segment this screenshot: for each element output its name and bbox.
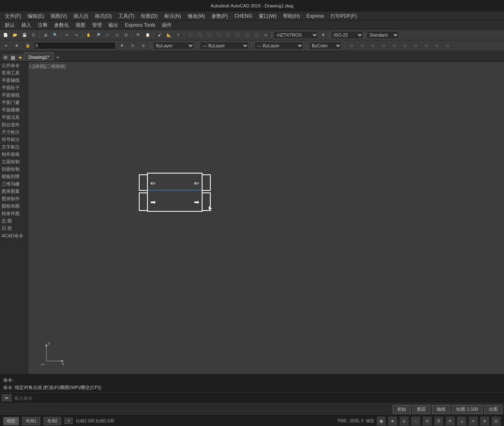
sidebar-item-common-tools[interactable]: 常用工具 [0,69,28,76]
sidebar-item-convert[interactable]: 转条件图 [0,210,28,217]
tb-zoom[interactable]: 🔎 [93,30,102,39]
tb-copy[interactable]: ⧉ [133,30,143,39]
dim-style-select[interactable]: ISO-25 [331,31,364,39]
menu-annotate[interactable]: 标注(N) [161,12,184,21]
sidebar-item-floor-stair[interactable]: 平面楼梯 [0,106,28,113]
ribbon-express-tools[interactable]: Express Tools [122,21,159,30]
sidebar-item-elevation[interactable]: 立面绘制 [0,158,28,165]
ribbon-parametric[interactable]: 参数化 [51,21,72,30]
tb-help[interactable]: ? [174,30,183,39]
menu-modify[interactable]: 修改(M) [184,12,208,21]
tb-extra3[interactable]: ⬛ [205,30,214,39]
draw-scale-button[interactable]: 绘图 1:100 [452,405,483,414]
tb-save[interactable]: 💾 [20,30,29,39]
table-style-select[interactable]: Standard [366,31,399,39]
ribbon-annotate[interactable]: 注释 [35,21,51,30]
layer-manager[interactable]: ≡ [2,41,11,50]
menu-tools[interactable]: 工具(T) [115,12,138,21]
sidebar-item-template[interactable]: 模板剖悸 [0,173,28,180]
layer-extra5[interactable]: □ [411,41,420,50]
export-button[interactable]: 出图 [484,405,502,414]
sidebar-item-floor-wall[interactable]: 平面墙线 [0,91,28,99]
sidebar-item-block-lib[interactable]: 图库图案 [0,188,28,195]
layer-match[interactable]: □ [358,41,367,50]
tb-match[interactable]: 🖌 [155,30,164,39]
polar-toggle[interactable]: ↔ [411,417,420,426]
transparency-toggle[interactable]: ✦ [480,417,489,426]
sidebar-item-floor-sanitary[interactable]: 平面洁具 [0,113,28,121]
tb-print-preview[interactable]: 🔍 [51,30,60,39]
ribbon-insert[interactable]: 插入 [18,21,35,30]
cmd-expand-btn[interactable]: ≫ [2,394,12,401]
layer-button[interactable]: 图层 [412,405,430,414]
menu-cheng[interactable]: CHENG [231,12,255,21]
menu-edit[interactable]: 编辑(E) [24,12,47,21]
tb-new[interactable]: 📄 [1,30,10,39]
tb-zoom-window[interactable]: □ [103,30,112,39]
tb-open[interactable]: 📂 [10,30,19,39]
layout-add-btn[interactable]: + [64,418,73,424]
sidebar-item-dim-size[interactable]: 尺寸标注 [0,128,28,136]
canvas-area[interactable]: [-][俯视][二维线框] ⇐ ⇐ [28,62,504,374]
menu-view[interactable]: 视图(V) [47,12,70,21]
layer-extra4[interactable]: □ [400,41,410,50]
layer-extra8[interactable]: □ [443,41,452,50]
menu-help[interactable]: 帮助(H) [280,12,303,21]
lineweight-select[interactable]: — ByLayer [254,42,304,50]
layout1-tab[interactable]: 布局1 [22,417,40,425]
tb-extra1[interactable]: ⬛ [186,30,195,39]
transparency-btn[interactable]: □ [347,41,356,50]
lineweight-toggle[interactable]: ≡ [469,417,478,426]
layer-extra6[interactable]: □ [422,41,431,50]
tb-textstyle-btn[interactable]: ▼ [319,30,328,39]
plotstyle-select[interactable]: ByColor [309,42,342,50]
ortho-toggle[interactable]: ∠ [400,417,409,426]
otrack-toggle[interactable]: ☰ [434,417,443,426]
snap-toggle[interactable]: ⊕ [388,417,397,426]
tab-grid-icon[interactable]: ▦ [9,54,16,61]
tb-undo[interactable]: ↩ [62,30,71,39]
tab-add-button[interactable]: + [54,53,62,61]
tb-extra8[interactable]: ⬛ [252,30,261,39]
linetype-select[interactable]: — ByLayer [200,42,249,50]
tb-print[interactable]: 🖨 [41,30,50,39]
ribbon-default[interactable]: 默认 [2,21,18,30]
tb-pan[interactable]: ✋ [84,30,93,39]
ribbon-manage[interactable]: 管理 [89,21,105,30]
sidebar-item-make-table[interactable]: 制作表格 [0,150,28,158]
sidebar-item-dim-symbol[interactable]: 符号标注 [0,136,28,143]
ducs-toggle[interactable]: ⟳ [446,417,455,426]
qp-toggle[interactable]: ⊡ [492,417,501,426]
command-input[interactable] [13,396,502,401]
sidebar-item-acad[interactable]: ACAD命令 [0,232,28,239]
ribbon-output[interactable]: 输出 [105,21,122,30]
layer-extra2[interactable]: □ [379,41,388,50]
tb-extra4[interactable]: ⬛ [214,30,223,39]
tab-drawing1[interactable]: Drawing1* [24,52,54,61]
tb-zoom-ext[interactable]: ⊡ [122,30,131,39]
sidebar-item-floor-column[interactable]: 平面柱子 [0,84,28,91]
tb-zoom-prev[interactable]: ◁ [112,30,121,39]
menu-window[interactable]: 窗口(W) [255,12,280,21]
menu-file[interactable]: 文件(F) [2,12,24,21]
layer-dropdown[interactable]: ▼ [117,41,127,50]
tb-extra2[interactable]: ⬛ [195,30,204,39]
sidebar-item-frame-layout[interactable]: 图框布图 [0,202,28,210]
sidebar-item-block-make[interactable]: 图块制作 [0,195,28,202]
sidebar-item-section[interactable]: 剖面绘制 [0,165,28,173]
layer-settings1[interactable]: ⊙ [128,41,137,50]
sidebar-item-total[interactable]: 总 图 [0,217,28,225]
menu-format[interactable]: 格式(O) [92,12,115,21]
text-style-select[interactable]: -HZTXTROS [273,31,318,39]
tab-gear-icon[interactable]: ⚙ [2,54,9,61]
menu-print[interactable]: 打印PDF(F) [327,12,360,21]
layer-input[interactable] [34,42,116,49]
tb-extra9[interactable]: A [261,30,270,39]
layer-extra1[interactable]: □ [368,41,377,50]
tb-extra6[interactable]: ⬛ [233,30,242,39]
layout2-tab[interactable]: 布局2 [44,417,62,425]
sidebar-item-dim-text[interactable]: 文字标注 [0,143,28,150]
axis-button[interactable]: 轴线 [432,405,450,414]
layer-settings2[interactable]: ⊙ [139,41,148,50]
tb-extra5[interactable]: ⬛ [223,30,232,39]
